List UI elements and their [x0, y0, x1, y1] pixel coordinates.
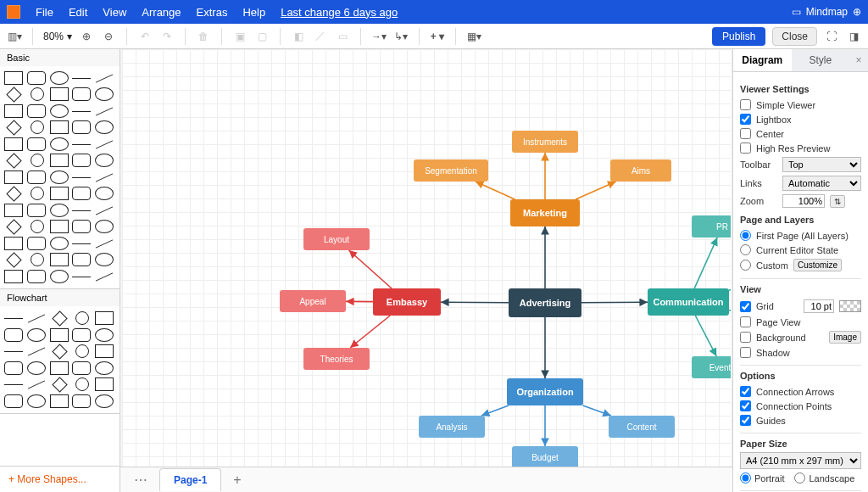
- shape-flow-26[interactable]: [27, 394, 46, 408]
- paper-size-select[interactable]: A4 (210 mm x 297 mm): [740, 452, 861, 469]
- page-menu-icon[interactable]: ⋯: [127, 472, 154, 488]
- last-change-link[interactable]: Last change 6 days ago: [281, 6, 398, 19]
- shape-flow-20[interactable]: [4, 384, 23, 385]
- shape-basic-30[interactable]: [4, 171, 23, 184]
- shape-basic-60[interactable]: [4, 270, 23, 283]
- shape-basic-19[interactable]: [95, 120, 114, 134]
- shape-basic-41[interactable]: [27, 204, 46, 217]
- insert-icon[interactable]: + ▾: [430, 29, 445, 44]
- zoom-in-icon[interactable]: ⊕: [79, 29, 94, 44]
- node-segmentation[interactable]: Segmentation: [414, 159, 488, 182]
- toolbar-select[interactable]: Top: [782, 157, 861, 172]
- background-image-button[interactable]: Image: [829, 331, 861, 344]
- background-checkbox[interactable]: Background: [740, 332, 824, 343]
- high-res-checkbox[interactable]: High Res Preview: [740, 141, 861, 155]
- sidebar-toggle-icon[interactable]: ▥▾: [7, 29, 22, 44]
- simple-viewer-checkbox[interactable]: Simple Viewer: [740, 98, 861, 112]
- shape-basic-2[interactable]: [50, 71, 69, 85]
- format-panel-toggle-icon[interactable]: ◨: [846, 29, 861, 44]
- shape-flow-28[interactable]: [72, 394, 91, 408]
- shape-basic-63[interactable]: [72, 277, 91, 277]
- shape-basic-42[interactable]: [50, 204, 69, 217]
- shape-flow-27[interactable]: [50, 394, 69, 408]
- shape-basic-22[interactable]: [50, 137, 69, 151]
- shape-flow-22[interactable]: [52, 377, 67, 392]
- shape-basic-3[interactable]: [72, 78, 91, 79]
- document-name[interactable]: ▭ Mindmap ⊕: [792, 6, 861, 18]
- fullscreen-icon[interactable]: ⛶: [824, 29, 839, 44]
- shape-basic-64[interactable]: [95, 270, 114, 283]
- shape-basic-20[interactable]: [4, 137, 23, 151]
- node-organization[interactable]: Organization: [507, 378, 583, 405]
- menu-edit[interactable]: Edit: [69, 6, 87, 19]
- shape-basic-62[interactable]: [50, 270, 69, 283]
- shape-basic-36[interactable]: [31, 187, 44, 200]
- shape-basic-39[interactable]: [95, 187, 114, 200]
- shape-flow-5[interactable]: [4, 328, 23, 342]
- shape-flow-9[interactable]: [95, 328, 114, 342]
- shape-basic-17[interactable]: [50, 120, 69, 134]
- shape-basic-24[interactable]: [95, 137, 114, 151]
- custom-radio[interactable]: Custom: [740, 260, 788, 271]
- links-select[interactable]: Automatic: [782, 176, 861, 191]
- connection-points-checkbox[interactable]: Connection Points: [740, 399, 861, 413]
- shape-basic-45[interactable]: [7, 219, 22, 234]
- shape-basic-56[interactable]: [31, 253, 44, 266]
- shape-basic-21[interactable]: [27, 137, 46, 151]
- node-content[interactable]: Content: [609, 416, 675, 438]
- close-button[interactable]: Close: [772, 27, 817, 46]
- shape-flow-11[interactable]: [27, 344, 46, 358]
- shape-flow-15[interactable]: [4, 361, 23, 375]
- lightbox-checkbox[interactable]: Lightbox: [740, 112, 861, 126]
- menu-extras[interactable]: Extras: [197, 6, 228, 19]
- portrait-radio[interactable]: Portrait: [740, 472, 784, 484]
- menu-help[interactable]: Help: [242, 6, 265, 19]
- shape-basic-13[interactable]: [72, 111, 91, 112]
- grid-checkbox[interactable]: Grid: [740, 301, 798, 312]
- shape-basic-61[interactable]: [27, 270, 46, 283]
- shape-basic-46[interactable]: [31, 220, 44, 233]
- shape-basic-51[interactable]: [27, 237, 46, 250]
- undo-icon[interactable]: ↶: [137, 29, 153, 44]
- canvas[interactable]: AdvertisingMarketingInstrumentsSegmentat…: [122, 49, 731, 467]
- add-page-button[interactable]: +: [226, 472, 248, 488]
- shape-flow-7[interactable]: [50, 328, 69, 342]
- shape-basic-54[interactable]: [95, 237, 114, 250]
- shape-basic-1[interactable]: [27, 71, 46, 85]
- palette-basic-header[interactable]: Basic: [0, 49, 120, 66]
- fill-color-icon[interactable]: ◧: [291, 29, 306, 44]
- node-events[interactable]: Events: [692, 356, 731, 378]
- shape-flow-1[interactable]: [27, 311, 46, 325]
- shape-basic-43[interactable]: [72, 210, 91, 211]
- waypoint-icon[interactable]: ↳▾: [393, 29, 409, 44]
- page-tab-1[interactable]: Page-1: [159, 468, 221, 491]
- connection-icon[interactable]: →▾: [371, 29, 387, 44]
- node-pr[interactable]: PR: [692, 215, 731, 238]
- shape-basic-33[interactable]: [72, 177, 91, 178]
- shadow-checkbox[interactable]: Shadow: [740, 345, 861, 360]
- center-checkbox[interactable]: Center: [740, 126, 861, 141]
- tab-diagram[interactable]: Diagram: [733, 49, 792, 71]
- shape-basic-14[interactable]: [95, 104, 114, 118]
- grid-color-swatch[interactable]: [839, 300, 861, 312]
- shape-flow-21[interactable]: [27, 377, 46, 391]
- shape-flow-3[interactable]: [75, 311, 89, 325]
- guides-checkbox[interactable]: Guides: [740, 413, 861, 428]
- shape-basic-29[interactable]: [95, 154, 114, 167]
- shape-basic-16[interactable]: [31, 120, 44, 134]
- shape-basic-31[interactable]: [27, 171, 46, 184]
- shape-basic-34[interactable]: [95, 171, 114, 184]
- shape-flow-29[interactable]: [95, 394, 114, 408]
- menu-arrange[interactable]: Arrange: [142, 6, 181, 19]
- zoom-dropdown[interactable]: 80% ▾: [43, 31, 72, 42]
- shape-basic-58[interactable]: [72, 253, 91, 266]
- shape-basic-50[interactable]: [4, 237, 23, 250]
- shape-basic-8[interactable]: [72, 87, 91, 101]
- shape-flow-12[interactable]: [52, 344, 67, 359]
- shape-basic-40[interactable]: [4, 204, 23, 217]
- shape-flow-19[interactable]: [95, 361, 114, 375]
- menu-file[interactable]: File: [36, 6, 53, 19]
- zoom-out-icon[interactable]: ⊖: [101, 29, 116, 44]
- first-page-radio[interactable]: First Page (All Layers): [740, 228, 861, 243]
- shape-basic-27[interactable]: [50, 154, 69, 167]
